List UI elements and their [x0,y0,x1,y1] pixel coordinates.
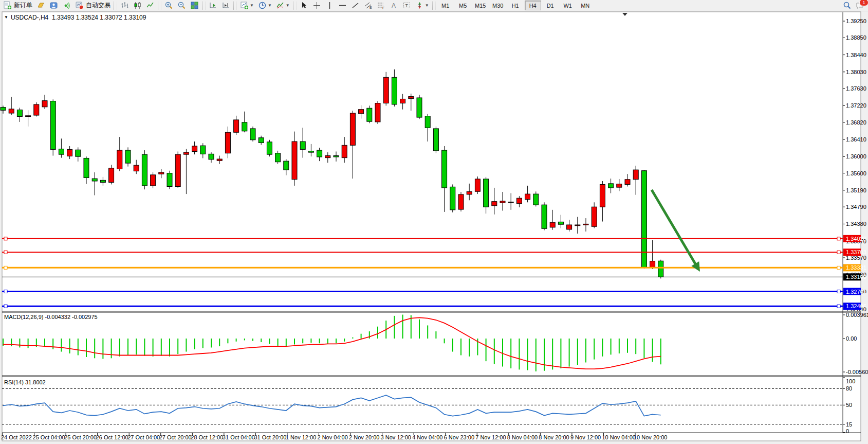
svg-text:8 Nov 04:00: 8 Nov 04:00 [507,434,538,440]
autotrade-label: 自动交易 [86,1,110,10]
search-icon [843,1,852,10]
separator [432,2,436,10]
horizontal-line-button[interactable] [336,0,349,12]
svg-text:E: E [370,6,372,9]
toolbar-right-group: 1 [841,0,867,12]
periods-clock-icon [258,1,267,10]
fibonacci-icon: F [377,1,385,10]
svg-text:7 Nov 12:00: 7 Nov 12:00 [475,434,506,440]
timeframe-h4[interactable]: H4 [525,1,541,10]
svg-text:31 Oct 20:00: 31 Oct 20:00 [254,434,286,440]
svg-text:1.33331: 1.33331 [846,264,866,271]
svg-text:26 Oct 12:00: 26 Oct 12:00 [96,434,128,440]
svg-text:1.37220: 1.37220 [846,102,866,109]
new-chart-button[interactable]: ▼ [238,0,256,12]
separator [233,2,237,10]
channel-button[interactable]: E [362,0,375,12]
signals-icon [62,1,71,10]
chart-canvas[interactable]: 1.392501.388501.384401.380301.376301.372… [0,0,868,444]
macd-values: -0.004332 -0.002975 [45,314,97,320]
timeframe-d1[interactable]: D1 [542,1,559,10]
bar-chart-button[interactable] [118,0,131,12]
timeframe-m5[interactable]: M5 [455,1,471,10]
toolbar: 新订单 自动交易 [0,0,868,11]
svg-text:0: 0 [846,428,849,434]
notification-badge: 1 [859,0,868,6]
new-order-button[interactable]: 新订单 [1,0,34,12]
community-icon [49,1,58,10]
trendline-button[interactable] [349,0,362,12]
svg-text:A: A [392,2,396,9]
svg-text:1.34380: 1.34380 [846,221,866,227]
macd-indicator-label: MACD(12,26,9) -0.004332 -0.002975 [4,314,98,320]
autotrade-button[interactable]: 自动交易 [73,0,113,12]
community-button[interactable] [47,0,60,12]
chart-shift-button[interactable] [219,0,232,12]
svg-text:1.36820: 1.36820 [846,119,866,126]
svg-text:27 Oct 20:00: 27 Oct 20:00 [159,434,192,440]
periods-button[interactable]: ▼ [256,0,274,12]
new-chart-icon [240,1,249,10]
arrows-icon [415,1,424,10]
svg-text:-0.005601: -0.005601 [846,369,868,375]
zoom-in-icon [164,1,173,10]
macd-name: MACD(12,26,9) [4,314,43,320]
svg-text:1.32406: 1.32406 [846,303,866,309]
separator [202,2,206,10]
autotrade-icon [75,1,84,10]
svg-text:15: 15 [846,421,852,428]
zoom-out-button[interactable] [175,0,188,12]
chevron-down-icon: ▼ [268,3,272,8]
candlestick-chart-button[interactable] [131,0,144,12]
timeframe-h1[interactable]: H1 [507,1,524,10]
timeframe-m15[interactable]: M15 [472,1,489,10]
crosshair-icon [312,1,321,10]
cursor-button[interactable] [298,0,310,12]
cursor-icon [300,1,308,10]
candlestick-icon [133,1,142,10]
horizontal-line-icon [338,1,347,10]
timeframe-m1[interactable]: M1 [437,1,454,10]
chart-type-group [118,0,157,11]
drawing-tools-group: E F A T ▼ [298,0,431,11]
trendline-icon [351,1,360,10]
auto-scroll-button[interactable] [207,0,219,12]
text-icon: A [390,1,398,10]
symbol-period-label: USDCAD-,H4 [11,14,48,21]
svg-text:F: F [382,6,384,10]
tile-windows-button[interactable] [188,0,201,12]
quotes-button[interactable] [34,0,47,12]
symbol-dropdown-icon[interactable]: ▼ [4,15,8,20]
svg-text:1.33703: 1.33703 [846,249,866,255]
svg-text:9 Nov 12:00: 9 Nov 12:00 [570,434,601,440]
svg-text:T: T [405,3,408,8]
fibonacci-button[interactable]: F [375,0,387,12]
application-window: 新订单 自动交易 [0,0,868,444]
indicators-button[interactable]: ▼ [274,0,292,12]
crosshair-button[interactable] [310,0,323,12]
svg-text:0.00: 0.00 [846,335,857,342]
time-axis: 24 Oct 202225 Oct 04:0025 Oct 20:0026 Oc… [1,433,667,440]
line-chart-button[interactable] [144,0,157,12]
zoom-out-icon [177,1,186,10]
svg-text:1.38440: 1.38440 [846,52,866,58]
notifications-button[interactable]: 1 [854,0,867,12]
arrows-button[interactable]: ▼ [413,0,431,12]
zoom-in-button[interactable] [162,0,175,12]
timeframe-mn[interactable]: MN [577,1,594,10]
bar-chart-icon [120,1,129,10]
text-button[interactable]: A [387,0,400,12]
signals-button[interactable] [60,0,73,12]
svg-text:27 Oct 04:00: 27 Oct 04:00 [127,434,160,440]
svg-text:1.38030: 1.38030 [846,69,866,75]
vertical-line-button[interactable] [323,0,336,12]
svg-text:8 Nov 20:00: 8 Nov 20:00 [539,434,569,440]
timeframe-m30[interactable]: M30 [490,1,506,10]
text-label-button[interactable]: T [400,0,413,12]
search-button[interactable] [841,0,854,12]
timeframe-w1[interactable]: W1 [560,1,576,10]
trade-group: 新订单 自动交易 [1,0,113,11]
label-icon: T [402,1,411,10]
zoom-group [162,0,201,11]
svg-text:1.34029: 1.34029 [846,236,866,242]
